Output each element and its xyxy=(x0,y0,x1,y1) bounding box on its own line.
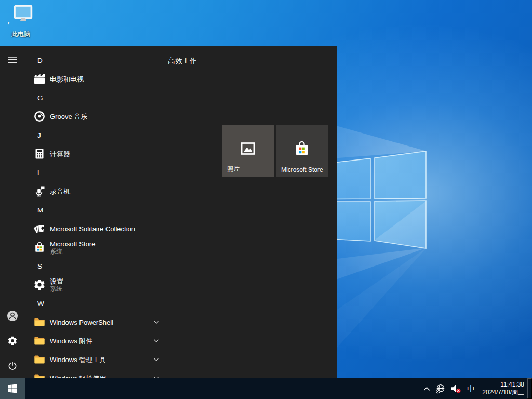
start-tile[interactable]: Microsoft Store xyxy=(276,125,328,177)
taskbar: 中 11:41:38 2024/7/10/周三 xyxy=(0,378,532,399)
section-letter[interactable]: W xyxy=(25,300,44,308)
ime-indicator[interactable]: 中 xyxy=(467,384,475,394)
chevron-down-icon[interactable] xyxy=(153,337,160,344)
folder-item[interactable]: Windows PowerShell xyxy=(25,313,166,331)
folder-item[interactable]: Windows 附件 xyxy=(25,331,166,350)
volume-muted-icon[interactable] xyxy=(450,378,461,399)
app-item[interactable]: Groove 音乐 xyxy=(25,107,166,126)
section-letter[interactable]: G xyxy=(25,94,43,102)
section-letter[interactable]: D xyxy=(25,57,43,64)
desktop: 此电脑 xyxy=(0,0,532,399)
app-label: Microsoft Solitaire Collection xyxy=(50,225,135,233)
app-label: 电影和电视 xyxy=(50,75,84,83)
app-label: 录音机 xyxy=(50,188,70,195)
section-letter[interactable]: S xyxy=(25,262,42,270)
chevron-down-icon[interactable] xyxy=(153,356,160,363)
settings-gear-icon[interactable] xyxy=(0,328,25,353)
app-sublabel: 系统 xyxy=(50,285,63,292)
app-item[interactable]: Microsoft Store 系统 xyxy=(25,238,166,257)
app-list-section-header: L xyxy=(25,163,166,182)
app-list-section-header: D xyxy=(25,51,166,70)
folder-label: Windows 附件 xyxy=(50,337,92,345)
photos-icon xyxy=(239,140,257,157)
clock-date: 2024/7/10/周三 xyxy=(482,389,524,396)
section-letter[interactable]: J xyxy=(25,131,41,139)
show-desktop-button[interactable] xyxy=(527,378,532,399)
section-letter[interactable]: M xyxy=(25,206,43,214)
folder-item[interactable]: Windows 轻松使用 xyxy=(25,369,166,378)
app-item[interactable]: Microsoft Solitaire Collection xyxy=(25,219,166,238)
folder-label: Windows 管理工具 xyxy=(50,356,106,364)
folder-label: Windows 轻松使用 xyxy=(50,375,106,379)
start-menu: D 电影和电视 G Groove 音乐 J 计算器 L 录音机 M xyxy=(0,46,337,378)
groove-music-icon xyxy=(33,110,46,123)
rail-bottom xyxy=(0,303,25,378)
hamburger-icon[interactable] xyxy=(0,47,25,72)
app-list: D 电影和电视 G Groove 音乐 J 计算器 L 录音机 M xyxy=(25,51,166,378)
app-item[interactable]: 电影和电视 xyxy=(25,70,166,88)
chevron-down-icon[interactable] xyxy=(153,318,160,326)
section-letter[interactable]: L xyxy=(25,169,42,177)
folder-label: Windows PowerShell xyxy=(50,318,113,326)
system-tray: 中 11:41:38 2024/7/10/周三 xyxy=(421,378,532,399)
folder-icon xyxy=(33,353,46,366)
taskbar-clock[interactable]: 11:41:38 2024/7/10/周三 xyxy=(482,381,524,396)
movies-tv-icon xyxy=(33,73,46,85)
chevron-down-icon[interactable] xyxy=(153,375,160,378)
app-list-section-header: M xyxy=(25,201,166,219)
folder-item[interactable]: Windows 管理工具 xyxy=(25,350,166,369)
store-icon xyxy=(33,241,46,254)
folder-icon xyxy=(33,316,46,328)
computer-icon xyxy=(8,4,34,29)
app-item[interactable]: 录音机 xyxy=(25,182,166,201)
user-icon[interactable] xyxy=(0,303,25,328)
solitaire-icon xyxy=(33,222,46,235)
desktop-icon-label: 此电脑 xyxy=(11,30,30,39)
start-menu-rail xyxy=(0,46,25,378)
app-label: 设置 xyxy=(50,277,63,285)
tile-label: Microsoft Store xyxy=(281,166,323,174)
folder-icon xyxy=(33,372,46,378)
app-list-section-header: G xyxy=(25,88,166,107)
app-item[interactable]: 计算器 xyxy=(25,144,166,163)
calculator-icon xyxy=(33,148,46,160)
app-label: Microsoft Store xyxy=(50,240,95,248)
voice-recorder-icon xyxy=(33,185,46,197)
chevron-up-icon[interactable] xyxy=(423,378,430,399)
app-item[interactable]: 设置 系统 xyxy=(25,275,166,294)
power-icon[interactable] xyxy=(0,353,25,378)
network-offline-icon[interactable] xyxy=(435,378,445,399)
windows-logo-icon xyxy=(8,384,17,393)
app-list-section-header: W xyxy=(25,294,166,313)
tile-label: 照片 xyxy=(227,165,240,174)
app-list-section-header: J xyxy=(25,126,166,144)
tile-grid: 照片 Microsoft Store xyxy=(222,125,328,177)
tile-group-title[interactable]: 高效工作 xyxy=(168,57,197,66)
start-tile[interactable]: 照片 xyxy=(222,125,274,177)
clock-time: 11:41:38 xyxy=(482,381,524,389)
settings-icon xyxy=(33,278,46,291)
app-sublabel: 系统 xyxy=(50,248,95,255)
app-label: Groove 音乐 xyxy=(50,113,87,121)
app-label: 计算器 xyxy=(50,150,70,158)
app-list-section-header: S xyxy=(25,257,166,275)
desktop-icon-this-pc[interactable]: 此电脑 xyxy=(4,4,37,39)
folder-icon xyxy=(33,335,46,347)
store-icon xyxy=(293,140,311,157)
start-button[interactable] xyxy=(0,378,25,399)
